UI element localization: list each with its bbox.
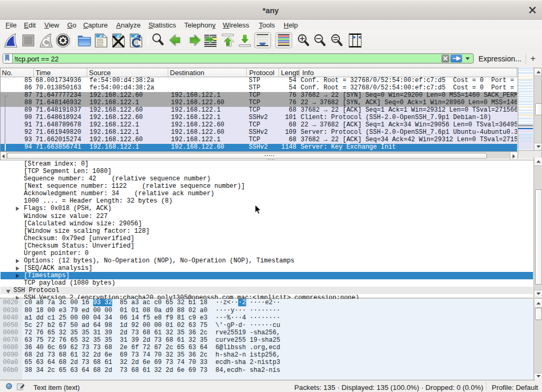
svg-text:0111: 0111 (97, 44, 103, 47)
